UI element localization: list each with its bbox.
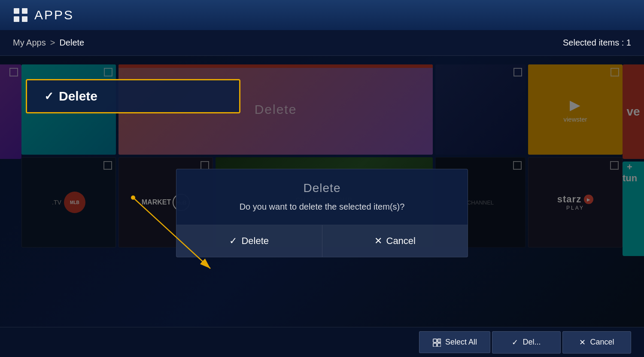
dialog-confirm-button[interactable]: ✓ Delete bbox=[176, 225, 322, 257]
page-title: APPS bbox=[34, 8, 74, 22]
breadcrumb-separator: > bbox=[50, 38, 55, 48]
delete-action-box[interactable]: ✓ Delete bbox=[26, 79, 240, 113]
select-all-label: Select All bbox=[445, 338, 477, 347]
svg-rect-3 bbox=[22, 16, 27, 22]
delete-btn-label: Del... bbox=[522, 338, 541, 347]
dialog-overlay: ✓ Delete Delete Do you want to delete th… bbox=[0, 56, 644, 327]
dialog-cancel-x-icon: ✕ bbox=[374, 235, 382, 247]
svg-rect-9 bbox=[433, 343, 437, 347]
dialog-cancel-button[interactable]: ✕ Cancel bbox=[322, 225, 468, 257]
svg-rect-8 bbox=[437, 339, 441, 342]
svg-rect-10 bbox=[437, 343, 441, 347]
select-all-icon bbox=[432, 338, 441, 347]
main-content: ve + tun Delete bbox=[0, 56, 644, 327]
dialog-confirm-check-icon: ✓ bbox=[229, 235, 237, 247]
dialog: Delete Do you want to delete the selecte… bbox=[176, 169, 468, 257]
svg-point-6 bbox=[131, 195, 135, 200]
cancel-btn-label: Cancel bbox=[590, 338, 614, 347]
dialog-confirm-label: Delete bbox=[241, 235, 269, 247]
app-grid-wrapper: ve + tun Delete bbox=[0, 56, 644, 327]
breadcrumb-bar: My Apps > Delete Selected items : 1 bbox=[0, 30, 644, 56]
apps-icon bbox=[13, 7, 28, 23]
breadcrumb-parent[interactable]: My Apps bbox=[13, 38, 46, 48]
delete-action-label: Delete bbox=[59, 89, 97, 104]
delete-check-icon: ✓ bbox=[44, 90, 54, 103]
cancel-btn-icon: ✕ bbox=[579, 338, 586, 347]
header-bar: APPS bbox=[0, 0, 644, 30]
delete-btn-icon: ✓ bbox=[512, 338, 518, 347]
breadcrumb-current: Delete bbox=[59, 38, 84, 48]
select-all-button[interactable]: Select All bbox=[419, 331, 490, 353]
svg-rect-7 bbox=[433, 339, 437, 342]
dialog-message: Do you want to delete the selected item(… bbox=[176, 202, 468, 225]
bottom-bar: Select All ✓ Del... ✕ Cancel bbox=[0, 327, 644, 357]
delete-button[interactable]: ✓ Del... bbox=[492, 331, 561, 354]
breadcrumb: My Apps > Delete bbox=[13, 38, 84, 48]
dialog-buttons: ✓ Delete ✕ Cancel bbox=[176, 225, 468, 257]
selected-items-count: Selected items : 1 bbox=[563, 38, 631, 48]
dialog-cancel-label: Cancel bbox=[386, 235, 416, 247]
svg-rect-0 bbox=[14, 8, 19, 14]
dialog-title: Delete bbox=[176, 169, 468, 202]
svg-rect-2 bbox=[14, 16, 19, 22]
svg-rect-1 bbox=[22, 8, 27, 14]
cancel-button[interactable]: ✕ Cancel bbox=[562, 331, 631, 354]
